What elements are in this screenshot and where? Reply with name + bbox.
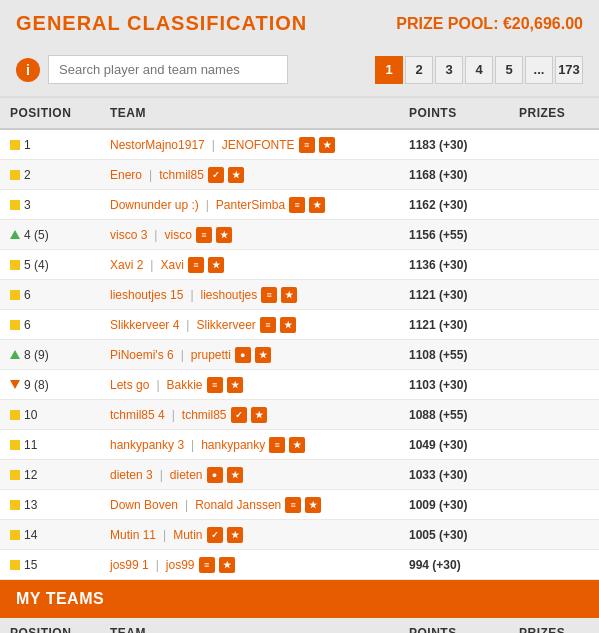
- page-btn-5[interactable]: 5: [495, 56, 523, 84]
- pipe: |: [190, 288, 193, 302]
- team2-link[interactable]: lieshoutjes: [201, 288, 258, 302]
- prizes-cell: [509, 230, 599, 240]
- team1-link[interactable]: Slikkerveer 4: [110, 318, 179, 332]
- prizes-cell: [509, 260, 599, 270]
- col-position: POSITION: [0, 106, 100, 120]
- team2-link[interactable]: hankypanky: [201, 438, 265, 452]
- my-teams-section-header: MY TEAMS: [0, 580, 599, 618]
- bars-icon: ≡: [289, 197, 305, 213]
- page-btn-3[interactable]: 3: [435, 56, 463, 84]
- page-btn-2[interactable]: 2: [405, 56, 433, 84]
- pipe: |: [163, 528, 166, 542]
- table-row: 13Down Boven | Ronald Janssen ≡★1009 (+3…: [0, 490, 599, 520]
- team-cell: Downunder up :) | PanterSimba ≡★: [100, 192, 399, 218]
- page-btn-last[interactable]: 173: [555, 56, 583, 84]
- position-cell: 11: [0, 433, 100, 457]
- pipe: |: [154, 228, 157, 242]
- team2-link[interactable]: jos99: [166, 558, 195, 572]
- team2-link[interactable]: Bakkie: [167, 378, 203, 392]
- team1-link[interactable]: PiNoemi's 6: [110, 348, 174, 362]
- prize-pool: PRIZE POOL: €20,696.00: [396, 15, 583, 33]
- my-col-prizes: PRIZES: [509, 626, 599, 633]
- team1-link[interactable]: lieshoutjes 15: [110, 288, 183, 302]
- position-cell: 8 (9): [0, 343, 100, 367]
- page-btn-1[interactable]: 1: [375, 56, 403, 84]
- points-cell: 994 (+30): [399, 553, 509, 577]
- team2-link[interactable]: tchmil85: [182, 408, 227, 422]
- team-cell: Lets go | Bakkie ≡★: [100, 372, 399, 398]
- pipe: |: [156, 378, 159, 392]
- bars-icon: ≡: [285, 497, 301, 513]
- prizes-cell: [509, 290, 599, 300]
- indicator-yellow: [10, 260, 20, 270]
- indicator-yellow: [10, 170, 20, 180]
- info-icon[interactable]: i: [16, 58, 40, 82]
- table-row: 6Slikkerveer 4 | Slikkerveer ≡★1121 (+30…: [0, 310, 599, 340]
- team2-link[interactable]: PanterSimba: [216, 198, 285, 212]
- points-cell: 1005 (+30): [399, 523, 509, 547]
- table-row: 1NestorMajno1917 | JENOFONTE ≡★1183 (+30…: [0, 130, 599, 160]
- table-row: 11hankypanky 3 | hankypanky ≡★1049 (+30): [0, 430, 599, 460]
- pipe: |: [150, 258, 153, 272]
- prizes-cell: [509, 500, 599, 510]
- col-team: TEAM: [100, 106, 399, 120]
- team1-link[interactable]: Enero: [110, 168, 142, 182]
- position-number: 13: [24, 498, 37, 512]
- indicator-yellow: [10, 560, 20, 570]
- indicator-yellow: [10, 470, 20, 480]
- team-cell: Enero | tchmil85 ✓★: [100, 162, 399, 188]
- position-cell: 10: [0, 403, 100, 427]
- pipe: |: [156, 558, 159, 572]
- team2-link[interactable]: visco: [164, 228, 191, 242]
- team1-link[interactable]: tchmil85 4: [110, 408, 165, 422]
- page-btn-4[interactable]: 4: [465, 56, 493, 84]
- team1-link[interactable]: Downunder up :): [110, 198, 199, 212]
- search-input[interactable]: [48, 55, 288, 84]
- table-row: 6lieshoutjes 15 | lieshoutjes ≡★1121 (+3…: [0, 280, 599, 310]
- indicator-yellow: [10, 530, 20, 540]
- indicator-yellow: [10, 440, 20, 450]
- team1-link[interactable]: jos99 1: [110, 558, 149, 572]
- col-points: POINTS: [399, 106, 509, 120]
- team1-link[interactable]: Down Boven: [110, 498, 178, 512]
- indicator-yellow: [10, 200, 20, 210]
- points-cell: 1108 (+55): [399, 343, 509, 367]
- team-cell: Xavi 2 | Xavi ≡★: [100, 252, 399, 278]
- team2-link[interactable]: Slikkerveer: [196, 318, 255, 332]
- indicator-yellow: [10, 140, 20, 150]
- position-number: 5 (4): [24, 258, 49, 272]
- team1-link[interactable]: Xavi 2: [110, 258, 143, 272]
- position-cell: 6: [0, 283, 100, 307]
- team1-link[interactable]: Lets go: [110, 378, 149, 392]
- table-row: 4 (5)visco 3 | visco ≡★1156 (+55): [0, 220, 599, 250]
- team2-link[interactable]: tchmil85: [159, 168, 204, 182]
- team2-link[interactable]: JENOFONTE: [222, 138, 295, 152]
- position-cell: 2: [0, 163, 100, 187]
- indicator-yellow: [10, 500, 20, 510]
- check-icon: ✓: [208, 167, 224, 183]
- team1-link[interactable]: dieten 3: [110, 468, 153, 482]
- points-cell: 1136 (+30): [399, 253, 509, 277]
- points-cell: 1103 (+30): [399, 373, 509, 397]
- team1-link[interactable]: visco 3: [110, 228, 147, 242]
- team2-link[interactable]: prupetti: [191, 348, 231, 362]
- indicator-green: [10, 350, 20, 359]
- pipe: |: [160, 468, 163, 482]
- team2-link[interactable]: Mutin: [173, 528, 202, 542]
- page-title: GENERAL CLASSIFICATION: [16, 12, 307, 35]
- team1-link[interactable]: Mutin 11: [110, 528, 156, 542]
- bars-icon: ≡: [261, 287, 277, 303]
- team1-link[interactable]: NestorMajno1917: [110, 138, 205, 152]
- indicator-yellow: [10, 290, 20, 300]
- star-icon: ★: [309, 197, 325, 213]
- prizes-cell: [509, 530, 599, 540]
- table-body: 1NestorMajno1917 | JENOFONTE ≡★1183 (+30…: [0, 130, 599, 580]
- position-cell: 5 (4): [0, 253, 100, 277]
- team2-link[interactable]: Ronald Janssen: [195, 498, 281, 512]
- page-btn-ellipsis: ...: [525, 56, 553, 84]
- team2-link[interactable]: Xavi: [160, 258, 183, 272]
- my-teams-table-header: POSITION TEAM POINTS PRIZES: [0, 618, 599, 633]
- team2-link[interactable]: dieten: [170, 468, 203, 482]
- col-prizes: PRIZES: [509, 106, 599, 120]
- team1-link[interactable]: hankypanky 3: [110, 438, 184, 452]
